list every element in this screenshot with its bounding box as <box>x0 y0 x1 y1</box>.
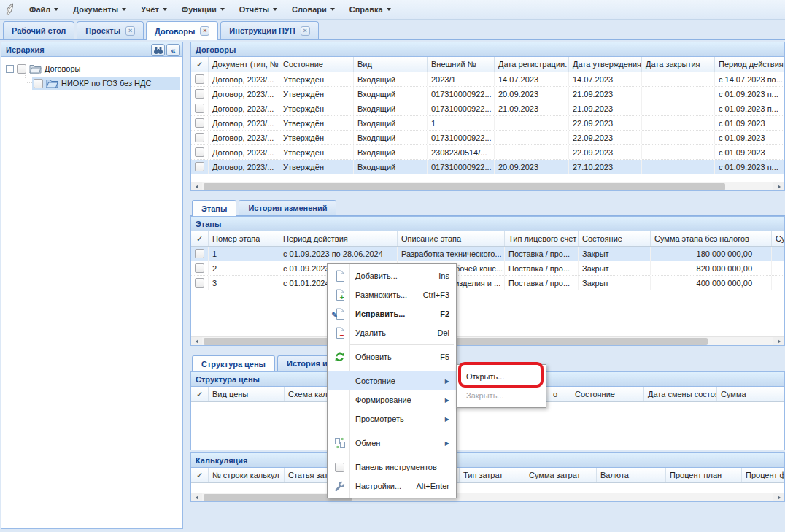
column-header[interactable]: № строки калькул <box>209 468 285 482</box>
table-row[interactable]: Договор, 2023/...УтверждёнВходящий017310… <box>191 131 784 145</box>
select-all-column-header[interactable]: ✓ <box>191 231 209 246</box>
section-tab[interactable]: История изменений <box>239 200 336 215</box>
context-menu-item[interactable]: ✎Исправить...F2 <box>328 304 456 323</box>
column-header[interactable]: Описание этапа <box>398 231 505 246</box>
h-scrollbar[interactable] <box>191 336 784 345</box>
column-header[interactable]: Сумма этапа без налогов <box>651 231 772 246</box>
table-row[interactable]: Договор, 2023/...УтверждёнВходящий2023/1… <box>191 72 784 87</box>
section-tab[interactable]: Структура цены <box>192 355 275 371</box>
context-menu-item[interactable]: Добавить...Ins <box>328 266 456 285</box>
collapse-panel-button[interactable]: « <box>166 44 180 56</box>
cell <box>642 87 715 101</box>
column-header[interactable]: Сумма <box>717 387 784 401</box>
column-header[interactable]: Дата утверждения <box>569 57 642 72</box>
table-row[interactable]: Договор, 2023/...УтверждёнВходящий122.09… <box>191 116 784 131</box>
scroll-right-icon[interactable] <box>773 337 784 346</box>
column-header[interactable]: Вид <box>354 57 428 72</box>
column-header[interactable]: Номер этапа <box>209 231 279 246</box>
select-all-column-header[interactable]: ✓ <box>191 468 209 482</box>
column-header[interactable]: Валюта <box>597 468 666 482</box>
tree-node-checkbox[interactable] <box>17 64 26 74</box>
table-row[interactable]: Договор, 2023/...УтверждёнВходящий017310… <box>191 160 784 174</box>
tab-inactive[interactable]: Проекты× <box>77 21 144 39</box>
column-header[interactable]: Процент ф <box>742 468 784 482</box>
row-checkbox[interactable] <box>195 118 204 128</box>
scroll-right-icon[interactable] <box>773 182 784 191</box>
tree-node-contracts[interactable]: Договоры <box>1 61 182 76</box>
column-header[interactable]: Тип лицевого счёт <box>505 231 579 246</box>
tab-close-icon[interactable]: × <box>125 26 135 36</box>
h-scrollbar[interactable] <box>191 493 784 501</box>
table-row[interactable]: 3с 01.01.2024Изготовление изделия и ...П… <box>191 276 784 290</box>
context-menu-item[interactable]: Состояние▶ <box>328 371 456 390</box>
tree-selection[interactable]: НИОКР по ГОЗ без НДС <box>32 77 180 90</box>
context-menu-item[interactable]: Обмен▶ <box>328 433 456 452</box>
row-checkbox[interactable] <box>195 89 204 99</box>
tree-expander-icon[interactable] <box>6 65 14 73</box>
column-header[interactable]: о <box>549 387 571 401</box>
table-row[interactable]: 2с 01.09.2023Разработка рабочей конс...П… <box>191 261 784 276</box>
table-row[interactable]: Договор, 2023/...УтверждёнВходящий230823… <box>191 145 784 160</box>
table-row[interactable]: Договор, 2023/...УтверждёнВходящий017310… <box>191 101 784 116</box>
tree-node-niokr[interactable]: НИОКР по ГОЗ без НДС <box>1 76 182 90</box>
row-checkbox[interactable] <box>195 104 204 113</box>
column-header[interactable]: Состояние <box>579 231 651 246</box>
column-header[interactable]: Период действия <box>279 231 398 246</box>
table-row[interactable]: Договор, 2023/...УтверждёнВходящий017310… <box>191 87 784 101</box>
menu-item[interactable]: Учёт <box>134 2 174 17</box>
row-checkbox[interactable] <box>195 147 204 157</box>
select-all-column-header[interactable]: ✓ <box>191 57 209 72</box>
column-header[interactable]: Дата регистрации. <box>495 57 569 72</box>
context-menu-item[interactable]: −УдалитьDel <box>328 323 456 342</box>
context-menu-item[interactable]: Настройки...Alt+Enter <box>328 477 456 496</box>
cell: с 01.09.2023 <box>715 131 784 144</box>
scroll-left-icon[interactable] <box>191 493 202 502</box>
menu-item[interactable]: Справка <box>342 2 398 17</box>
column-header[interactable]: Внешний № <box>428 57 495 72</box>
menu-item[interactable]: Словари <box>285 2 342 17</box>
context-menu-item[interactable]: +Размножить...Ctrl+F3 <box>328 285 456 304</box>
row-checkbox[interactable] <box>195 278 204 288</box>
tab-active[interactable]: Договоры× <box>146 21 218 40</box>
scroll-thumb[interactable] <box>204 183 725 190</box>
column-header[interactable]: Сумма <box>772 231 784 246</box>
row-checkbox[interactable] <box>195 133 204 142</box>
row-checkbox[interactable] <box>195 74 204 84</box>
column-header[interactable]: Тип затрат <box>460 468 525 482</box>
tab-close-icon[interactable]: × <box>301 26 310 36</box>
row-checkbox[interactable] <box>195 162 204 171</box>
h-scrollbar[interactable] <box>191 182 784 190</box>
search-button[interactable] <box>151 44 165 56</box>
tab-inactive[interactable]: Инструкции ПУП× <box>220 21 318 39</box>
context-menu-item[interactable]: Просмотреть▶ <box>328 409 456 428</box>
column-header[interactable]: Сумма затрат <box>525 468 597 482</box>
row-checkbox[interactable] <box>195 249 204 258</box>
column-header[interactable]: Вид цены <box>209 387 285 401</box>
scroll-right-icon[interactable] <box>773 493 784 502</box>
select-all-column-header[interactable]: ✓ <box>191 387 209 401</box>
tab-inactive[interactable]: Рабочий стол <box>3 21 74 39</box>
column-header[interactable]: Дата закрытия <box>642 57 715 72</box>
menu-item[interactable]: Документы <box>66 2 134 17</box>
column-header[interactable]: Дата смены состоя <box>644 387 717 401</box>
scroll-left-icon[interactable] <box>191 337 202 346</box>
menu-item[interactable]: Функции <box>174 2 232 17</box>
column-header[interactable]: Период действия... <box>715 57 784 72</box>
column-header[interactable]: Состояние <box>279 57 354 72</box>
table-row[interactable]: 1с 01.09.2023 по 28.06.2024Разработка те… <box>191 247 784 261</box>
menu-item[interactable]: Файл <box>22 2 66 17</box>
tree-node-checkbox[interactable] <box>34 79 43 88</box>
column-header[interactable]: Документ (тип, № <box>209 57 279 72</box>
row-checkbox[interactable] <box>195 263 204 273</box>
stages-panel: Этапы ✓Номер этапаПериод действияОписани… <box>190 216 785 346</box>
calc-panel-header: Калькуляция <box>191 453 784 468</box>
scroll-left-icon[interactable] <box>191 182 202 191</box>
column-header[interactable]: Состояние <box>571 387 644 401</box>
column-header[interactable]: Процент план <box>666 468 742 482</box>
tab-close-icon[interactable]: × <box>200 26 209 36</box>
section-tab[interactable]: Этапы <box>192 200 236 216</box>
menu-item[interactable]: Отчёты <box>232 2 285 17</box>
context-menu-item[interactable]: ОбновитьF5 <box>328 347 456 366</box>
context-menu-item[interactable]: Панель инструментов <box>328 458 456 477</box>
context-menu-item[interactable]: Формирование▶ <box>328 390 456 409</box>
